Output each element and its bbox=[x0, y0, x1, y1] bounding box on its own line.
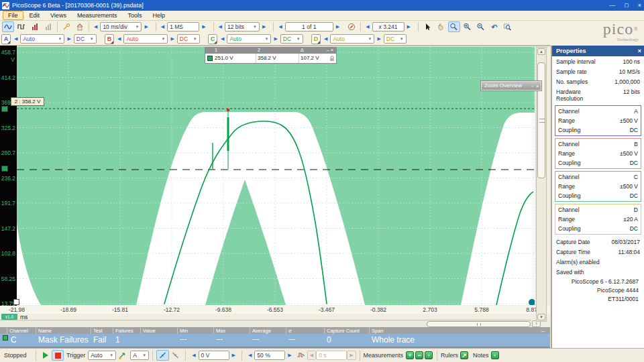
channel-c-coupling-select[interactable]: DC▼ bbox=[280, 34, 303, 44]
pre-trigger-input[interactable]: 50 % bbox=[254, 351, 285, 360]
trigger-level-up[interactable]: ▶ bbox=[229, 351, 238, 360]
resolution-select[interactable]: 12 bits▼ bbox=[225, 22, 260, 32]
channel-a-range-prev[interactable]: ◀ bbox=[11, 34, 20, 44]
ruler-legend-overlay[interactable]: 1 2 Δ ‒× 251.0 V 358.2 V 107.2 V bbox=[205, 47, 337, 64]
channel-a-coupling-select[interactable]: DC▼ bbox=[74, 34, 97, 44]
window-zoom-icon[interactable] bbox=[448, 21, 460, 32]
buffer-indicator[interactable]: 1 of 1 bbox=[285, 22, 333, 32]
zoom-overview-close-icon[interactable]: × bbox=[536, 84, 539, 88]
ruler-2-handle[interactable] bbox=[1, 106, 8, 112]
buffer-next-button[interactable]: ▶ bbox=[333, 22, 342, 32]
timebase-prev-button[interactable]: ◀ bbox=[91, 22, 100, 32]
zoom-viewport-indicator[interactable] bbox=[13, 299, 19, 305]
channel-b-range-prev[interactable]: ◀ bbox=[115, 34, 123, 44]
probe-icon[interactable] bbox=[60, 21, 72, 32]
pre-trigger-control: ◀ 50 % ▶ bbox=[246, 351, 294, 360]
channel-d-range-select[interactable]: Auto▼ bbox=[330, 34, 374, 44]
zoom-prev-button[interactable]: ◀ bbox=[363, 22, 372, 32]
maximize-button[interactable]: □ bbox=[625, 2, 628, 9]
channel-d-range-prev[interactable]: ◀ bbox=[321, 34, 330, 44]
properties-close-icon[interactable]: × bbox=[638, 46, 641, 56]
channel-b-range-next[interactable]: ▶ bbox=[168, 34, 176, 44]
channel-b-range-select[interactable]: Auto▼ bbox=[123, 34, 168, 44]
measurement-row[interactable]: C Mask Failures Fail 1 --- --- --- --- 0… bbox=[0, 334, 550, 347]
samples-input[interactable]: 1 MS bbox=[167, 22, 199, 32]
menu-edit[interactable]: Edit bbox=[25, 11, 45, 19]
channel-b-coupling-select[interactable]: DC▼ bbox=[177, 34, 200, 44]
menu-help[interactable]: Help bbox=[148, 11, 170, 19]
minimize-button[interactable]: — bbox=[609, 2, 615, 9]
scope-view-icon[interactable] bbox=[2, 21, 14, 32]
zoom-next-button[interactable]: ▶ bbox=[405, 22, 413, 32]
menu-file[interactable]: File bbox=[3, 11, 23, 20]
edit-measurement-button[interactable]: ▫ bbox=[425, 351, 433, 359]
channel-c-range-select[interactable]: Auto▼ bbox=[227, 34, 271, 44]
pre-trigger-up[interactable]: ▶ bbox=[285, 351, 294, 360]
channel-d-properties: ChannelD Range±20 A CouplingDC bbox=[555, 204, 641, 235]
trigger-source-select[interactable]: A▼ bbox=[130, 351, 149, 360]
samples-next-button[interactable]: ▶ bbox=[199, 22, 208, 32]
timebase-next-button[interactable]: ▶ bbox=[142, 22, 150, 32]
trigger-mode-select[interactable]: Auto▼ bbox=[88, 351, 116, 360]
play-icon bbox=[43, 352, 48, 359]
zoom-out-icon[interactable] bbox=[475, 21, 487, 32]
persistence-view-icon[interactable] bbox=[15, 21, 28, 32]
rising-edge-icon[interactable] bbox=[156, 350, 169, 361]
channel-c-button[interactable]: C bbox=[208, 34, 217, 44]
resolution-prev-button[interactable]: ◀ bbox=[216, 22, 225, 32]
start-capture-button[interactable] bbox=[40, 350, 52, 361]
remove-measurement-button[interactable]: − bbox=[415, 351, 423, 359]
menu-tools[interactable]: Tools bbox=[123, 11, 146, 19]
trigger-marker-icon[interactable] bbox=[116, 350, 129, 361]
menu-views[interactable]: Views bbox=[46, 11, 71, 19]
stop-capture-button[interactable] bbox=[52, 350, 64, 361]
ruler-1-handle[interactable] bbox=[1, 166, 8, 172]
menu-measurements[interactable]: Measurements bbox=[72, 11, 122, 19]
add-measurement-button[interactable]: + bbox=[406, 351, 414, 359]
zoom-overview-window[interactable]: Zoom Overview ▫ × bbox=[481, 81, 541, 90]
channel-b-button[interactable]: B bbox=[105, 34, 114, 44]
close-button[interactable]: × bbox=[638, 2, 641, 9]
zoom-factor-indicator[interactable]: x 3.241 bbox=[372, 22, 405, 32]
scroll-up-button[interactable]: ▲ bbox=[537, 48, 545, 55]
trigger-level-input[interactable]: 0 V bbox=[199, 351, 229, 360]
channel-c-range-prev[interactable]: ◀ bbox=[218, 34, 227, 44]
vertical-scrollbar-thumb[interactable] bbox=[537, 62, 545, 178]
samples-prev-button[interactable]: ◀ bbox=[158, 22, 167, 32]
resolution-next-button[interactable]: ▶ bbox=[260, 22, 268, 32]
falling-edge-icon[interactable] bbox=[169, 350, 182, 361]
zoom-overview-restore-icon[interactable]: ▫ bbox=[531, 84, 533, 88]
channel-d-coupling-select[interactable]: DC▼ bbox=[384, 34, 407, 44]
trigger-level-down[interactable]: ◀ bbox=[189, 351, 198, 360]
channel-a-button[interactable]: A bbox=[1, 34, 11, 44]
scroll-down-button[interactable]: ▼ bbox=[537, 314, 545, 320]
buffer-navigator-icon[interactable] bbox=[345, 21, 358, 32]
spectrum-view-icon[interactable] bbox=[29, 21, 41, 32]
rulers-button[interactable]: ↗ bbox=[460, 351, 468, 359]
legend-close-icon[interactable]: × bbox=[331, 48, 335, 52]
channel-c-range-next[interactable]: ▶ bbox=[271, 34, 280, 44]
horizontal-scrollbar[interactable] bbox=[0, 320, 531, 327]
capture-state-label: Stopped bbox=[4, 352, 32, 359]
cursor-tool-icon[interactable] bbox=[421, 21, 433, 32]
zoom-in-icon[interactable] bbox=[462, 21, 474, 32]
horizontal-scrollbar-thumb[interactable] bbox=[427, 321, 531, 327]
notes-button[interactable]: ▫ bbox=[491, 351, 499, 359]
lock-icon[interactable] bbox=[329, 56, 335, 62]
undo-zoom-icon[interactable]: ↶ bbox=[488, 21, 500, 32]
channel-c-color-swatch bbox=[207, 56, 213, 61]
y-tick: 280.7 bbox=[1, 149, 15, 156]
channel-a-range-select[interactable]: Auto▼ bbox=[20, 34, 64, 44]
channel-d-range-next[interactable]: ▶ bbox=[374, 34, 383, 44]
home-icon[interactable] bbox=[74, 21, 86, 32]
timebase-select[interactable]: 10 ms/div▼ bbox=[100, 22, 142, 32]
zoom-overview-icon[interactable] bbox=[502, 21, 514, 32]
trigger-label: Trigger bbox=[66, 352, 85, 359]
buffer-prev-button[interactable]: ◀ bbox=[276, 22, 284, 32]
scope-view[interactable] bbox=[17, 47, 535, 305]
pre-trigger-down[interactable]: ◀ bbox=[246, 351, 254, 360]
rapid-trigger-icon[interactable] bbox=[294, 350, 307, 361]
channel-a-range-next[interactable]: ▶ bbox=[64, 34, 73, 44]
pan-hand-icon[interactable] bbox=[435, 21, 447, 32]
channel-d-button[interactable]: D bbox=[311, 34, 321, 44]
